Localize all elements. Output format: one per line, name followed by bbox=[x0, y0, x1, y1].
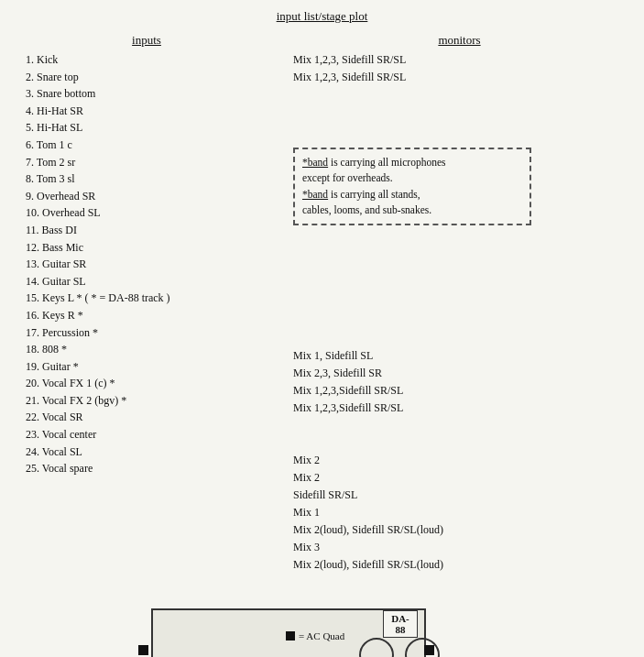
monitor-item-11 bbox=[293, 312, 626, 330]
input-item-21: 21. Vocal FX 2 (bgv) * bbox=[18, 392, 275, 410]
input-item-16: 16. Keys R * bbox=[18, 307, 275, 324]
monitor-item-15: Mix 1,2,3,Sidefill SR/SL bbox=[293, 382, 626, 400]
page-title: input list/stage plot bbox=[18, 9, 626, 24]
black-square-left bbox=[138, 645, 148, 655]
monitor-item-14: Mix 2,3, Sidefill SR bbox=[293, 365, 626, 382]
input-item-15: 15. Keys L * ( * = DA-88 track ) bbox=[18, 290, 275, 307]
monitors-header: monitors bbox=[293, 33, 626, 48]
monitor-item-25: Mix 2(loud), Sidefill SR/SL(loud) bbox=[293, 556, 626, 574]
monitor-item-8 bbox=[293, 260, 626, 278]
monitor-item-5 bbox=[293, 121, 626, 138]
monitors-column: monitors Mix 1,2,3, Sidefill SR/SLMix 1,… bbox=[275, 33, 626, 574]
drum-area bbox=[332, 633, 469, 657]
main-columns: inputs 1. Kick2. Snare top3. Snare botto… bbox=[18, 33, 626, 574]
page: input list/stage plot inputs 1. Kick2. S… bbox=[0, 0, 644, 657]
input-item-4: 4. Hi-Hat SR bbox=[18, 103, 275, 120]
monitor-item-7 bbox=[293, 243, 626, 260]
input-item-20: 20. Vocal FX 1 (c) * bbox=[18, 375, 275, 392]
input-item-24: 24. Vocal SL bbox=[18, 443, 275, 461]
monitor-item-12 bbox=[293, 330, 626, 347]
input-item-17: 17. Percussion * bbox=[18, 324, 275, 342]
input-item-11: 11. Bass DI bbox=[18, 222, 275, 239]
input-item-6: 6. Tom 1 c bbox=[18, 137, 275, 154]
input-item-7: 7. Tom 2 sr bbox=[18, 154, 275, 171]
monitor-item-10 bbox=[293, 295, 626, 312]
input-item-2: 2. Snare top bbox=[18, 69, 275, 86]
input-list: 1. Kick2. Snare top3. Snare bottom4. Hi-… bbox=[18, 51, 275, 477]
drum-circle-right bbox=[405, 638, 440, 657]
monitor-item-4 bbox=[293, 104, 626, 121]
monitor-item-23: Mix 2(loud), Sidefill SR/SL(loud) bbox=[293, 521, 626, 539]
input-item-10: 10. Overhead SL bbox=[18, 204, 275, 222]
input-item-5: 5. Hi-Hat SL bbox=[18, 119, 275, 137]
monitor-item-17 bbox=[293, 417, 626, 434]
input-item-18: 18. 808 * bbox=[18, 341, 275, 358]
inputs-header: inputs bbox=[18, 33, 275, 48]
monitor-item-22: Mix 1 bbox=[293, 504, 626, 521]
inputs-column: inputs 1. Kick2. Snare top3. Snare botto… bbox=[18, 33, 275, 574]
monitor-item-9 bbox=[293, 278, 626, 295]
input-item-25: 25. Vocal spare bbox=[18, 460, 275, 477]
monitor-item-16: Mix 1,2,3,Sidefill SR/SL bbox=[293, 400, 626, 417]
monitor-item-24: Mix 3 bbox=[293, 539, 626, 556]
note-box-container: *band is carrying all microphonesexcept … bbox=[293, 148, 626, 225]
monitor-item-21: Sidefill SR/SL bbox=[293, 487, 626, 504]
monitor-item-19: Mix 2 bbox=[293, 452, 626, 469]
monitor-list: Mix 1,2,3, Sidefill SR/SLMix 1,2,3, Side… bbox=[293, 51, 626, 574]
monitor-item-6 bbox=[293, 225, 626, 243]
input-item-1: 1. Kick bbox=[18, 51, 275, 69]
input-item-3: 3. Snare bottom bbox=[18, 85, 275, 103]
monitor-item-18 bbox=[293, 434, 626, 452]
input-item-13: 13. Guitar SR bbox=[18, 256, 275, 273]
input-item-23: 23. Vocal center bbox=[18, 426, 275, 443]
input-item-12: 12. Bass Mic bbox=[18, 239, 275, 257]
stage-box: = AC Quad DA-88 bbox=[151, 608, 426, 657]
input-item-8: 8. Tom 3 sl bbox=[18, 170, 275, 188]
monitor-item-13: Mix 1, Sidefill SL bbox=[293, 347, 626, 365]
black-square-right bbox=[424, 645, 434, 655]
monitor-item-20: Mix 2 bbox=[293, 469, 626, 487]
monitor-item-3 bbox=[293, 86, 626, 104]
drum-circle-left bbox=[359, 638, 394, 657]
input-item-19: 19. Guitar * bbox=[18, 358, 275, 376]
input-item-9: 9. Overhead SR bbox=[18, 188, 275, 205]
input-item-14: 14. Guitar SL bbox=[18, 273, 275, 290]
stage-section: = AC Quad DA-88 bbox=[18, 590, 626, 657]
monitor-item-1: Mix 1,2,3, Sidefill SR/SL bbox=[293, 51, 626, 69]
note-box: *band is carrying all microphonesexcept … bbox=[293, 148, 531, 225]
input-item-22: 22. Vocal SR bbox=[18, 409, 275, 426]
ac-quad-icon bbox=[286, 631, 295, 641]
monitor-item-2: Mix 1,2,3, Sidefill SR/SL bbox=[293, 69, 626, 86]
